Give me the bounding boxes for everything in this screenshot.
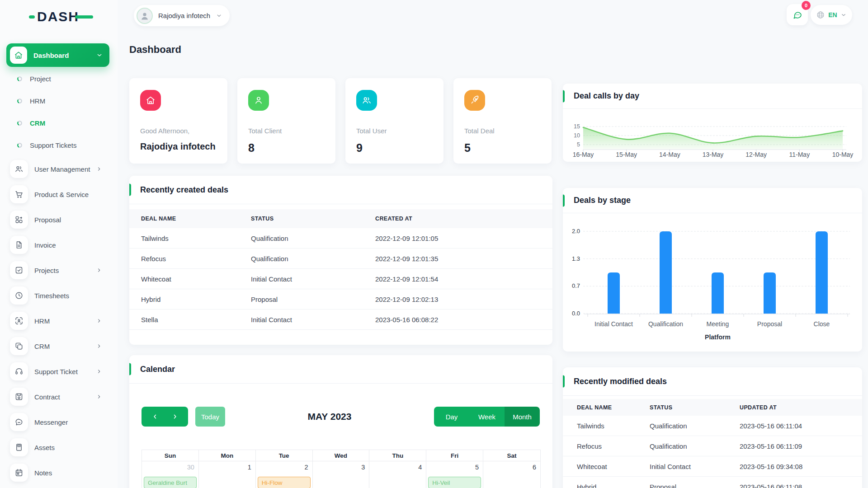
table-row[interactable]: TailwindsQualification2022-12-09 12:01:0…	[129, 228, 552, 249]
column-header: CREATED AT	[375, 216, 552, 222]
calendar-card: Calendar Today MAY 2023 DayWeekMonth Sun…	[129, 355, 552, 488]
chevron-left-icon[interactable]	[151, 413, 159, 420]
chevron-right-icon	[171, 413, 179, 420]
table-row[interactable]: StellaInitial Contact2023-05-16 06:08:22	[129, 310, 552, 330]
table-row[interactable]: WhitecoatInitial Contact2023-05-16 09:34…	[563, 456, 862, 477]
table-row[interactable]: HybridProposal2022-12-09 12:02:13	[129, 289, 552, 310]
calendar-view-month[interactable]: Month	[505, 407, 540, 427]
right-column: Deal calls by day 1510516-May15-May14-Ma…	[563, 84, 862, 488]
sidebar-item-dashboard[interactable]: Dashboard	[6, 43, 109, 67]
sidebar-item-label: Timesheets	[34, 292, 102, 300]
contract-icon	[14, 392, 24, 401]
sidebar-sub-item-project[interactable]: Project	[0, 68, 118, 90]
logo-text: DASH	[37, 9, 79, 24]
page-title: Dashboard	[129, 44, 181, 56]
sidebar-item-contract[interactable]: Contract	[0, 384, 118, 409]
company-name: Rajodiya infotech	[158, 12, 210, 19]
calendar-day-cell[interactable]: 1	[199, 461, 256, 488]
svg-text:2.0: 2.0	[572, 228, 580, 235]
language-selector[interactable]: EN	[811, 5, 852, 25]
sidebar-item-crm[interactable]: CRM	[0, 333, 118, 359]
table-cell: Qualification	[650, 422, 740, 430]
column-header: UPDATED AT	[740, 404, 862, 411]
day-number: 3	[361, 464, 365, 471]
calendar-day-header: Sun	[142, 450, 199, 461]
chevron-down-icon	[216, 12, 222, 19]
sidebar-item-label: Proposal	[34, 216, 102, 224]
chat-bubble-icon	[792, 9, 803, 20]
calendar-view-day[interactable]: Day	[434, 407, 469, 427]
calendar-event[interactable]: Geraldine Burt	[144, 477, 197, 488]
calendar-day-header: Wed	[313, 450, 370, 461]
calendar-day-cell[interactable]: 6	[483, 461, 540, 488]
sidebar-item-label: Assets	[34, 444, 102, 451]
stat-label: Good Afternoon,	[140, 127, 217, 135]
main-area: Rajodiya infotech 0 EN Dashboard Good Af…	[118, 0, 868, 488]
table-row[interactable]: HybridProposal2023-05-16 06:11:08	[563, 477, 862, 488]
table-cell: Hybrid	[141, 296, 251, 303]
bullet-icon	[17, 76, 22, 81]
sidebar-sub-menu: Project HRM CRM Support Tickets	[0, 68, 118, 156]
accent-bar	[129, 184, 131, 196]
sidebar-item-messenger[interactable]: Messenger	[0, 409, 118, 435]
sidebar-item-timesheets[interactable]: Timesheets	[0, 283, 118, 308]
stat-card-total-user: Total User 9	[345, 78, 443, 164]
chevron-right-icon	[96, 368, 102, 375]
sidebar-item-invoice[interactable]: Invoice	[0, 232, 118, 258]
svg-text:Proposal: Proposal	[757, 320, 782, 328]
sidebar-item-product-service[interactable]: Product & Service	[0, 182, 118, 207]
sidebar-item-support-ticket[interactable]: Support Ticket	[0, 359, 118, 384]
hrm-icon	[14, 316, 24, 325]
calendar-prev-next-buttons[interactable]	[142, 407, 188, 427]
today-button[interactable]: Today	[195, 407, 225, 427]
sidebar-item-notes[interactable]: Notes	[0, 460, 118, 485]
messenger-icon	[14, 418, 24, 427]
stat-card-good-afternoon: Good Afternoon, Rajodiya infotech	[129, 78, 227, 164]
day-number: 30	[187, 464, 194, 471]
chevron-right-icon[interactable]	[171, 413, 179, 420]
messages-button[interactable]: 0	[787, 4, 808, 25]
sidebar-item-assets[interactable]: Assets	[0, 435, 118, 460]
deals-by-stage-card: Deals by stage 0.00.71.32.0Initial Conta…	[563, 188, 862, 352]
calendar-day-cell[interactable]: 5Hi-Veil	[426, 461, 483, 488]
chevron-down-icon	[216, 12, 222, 19]
table-cell: Initial Contact	[251, 275, 375, 283]
home-icon	[10, 47, 27, 64]
calendar-day-cell[interactable]: 4	[369, 461, 426, 488]
chevron-down-icon	[840, 12, 847, 18]
calendar-event[interactable]: Hi-Veil	[428, 477, 481, 488]
sidebar-item-user-management[interactable]: User Management	[0, 156, 118, 182]
calendar-day-cell[interactable]: 3	[313, 461, 370, 488]
calendar-event[interactable]: Hi-Flow	[258, 477, 311, 488]
calendar-view-week[interactable]: Week	[469, 407, 505, 427]
sidebar-item-label: Invoice	[34, 241, 102, 249]
sidebar-sub-item-hrm[interactable]: HRM	[0, 90, 118, 112]
sidebar-item-proposal[interactable]: Proposal	[0, 207, 118, 232]
svg-text:Close: Close	[814, 320, 830, 328]
svg-text:15-May: 15-May	[616, 151, 637, 158]
rocket-icon	[470, 95, 480, 105]
table-cell: Qualification	[251, 235, 375, 242]
company-selector[interactable]: Rajodiya infotech	[134, 5, 230, 26]
table-row[interactable]: RefocusQualification2022-12-09 12:01:35	[129, 249, 552, 269]
chevron-down-icon	[840, 12, 847, 18]
table-row[interactable]: TailwindsQualification2023-05-16 06:11:0…	[563, 416, 862, 436]
sidebar-item-projects[interactable]: Projects	[0, 258, 118, 283]
avatar	[137, 8, 153, 24]
sidebar-sub-item-crm[interactable]: CRM	[0, 112, 118, 134]
table-row[interactable]: WhitecoatInitial Contact2022-12-09 12:01…	[129, 269, 552, 289]
logo-dash-icon	[29, 15, 35, 19]
logo-dash-icon	[75, 15, 93, 19]
svg-text:0.7: 0.7	[572, 282, 580, 289]
calendar-day-cell[interactable]: 30Geraldine Burt	[142, 461, 199, 488]
sidebar-item-label: Product & Service	[34, 191, 102, 198]
bullet-icon	[17, 121, 22, 126]
table-row[interactable]: RefocusQualification2023-05-16 06:11:09	[563, 436, 862, 456]
sidebar-sub-item-support-tickets[interactable]: Support Tickets	[0, 134, 118, 156]
app-logo[interactable]: DASH	[29, 9, 93, 24]
person-fill-icon	[139, 10, 150, 21]
sidebar-item-label: HRM	[34, 317, 96, 325]
table-cell: 2022-12-09 12:02:13	[375, 296, 552, 303]
sidebar-item-hrm[interactable]: HRM	[0, 308, 118, 333]
calendar-day-cell[interactable]: 2Hi-Flow	[256, 461, 313, 488]
